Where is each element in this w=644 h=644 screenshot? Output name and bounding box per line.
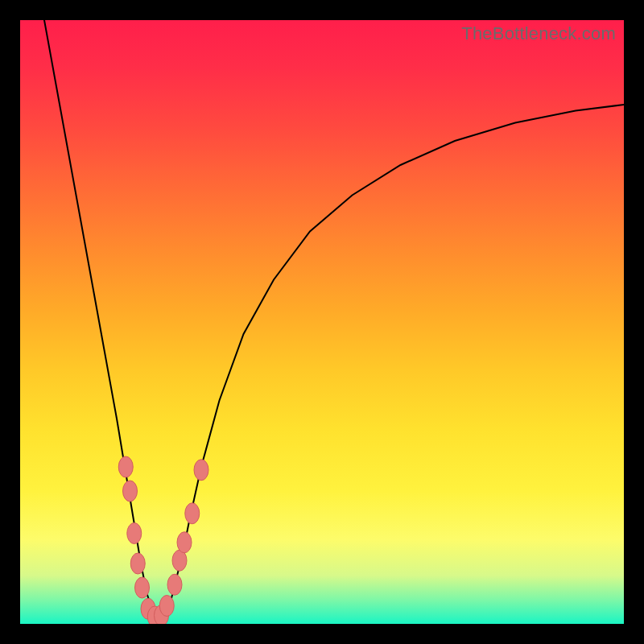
bead — [118, 456, 133, 477]
bead — [135, 577, 150, 598]
bead — [167, 574, 182, 595]
bead — [177, 532, 192, 553]
chart-container: TheBottleneck.com — [0, 0, 644, 644]
bead — [194, 460, 208, 481]
bead — [159, 596, 174, 617]
bead — [127, 523, 142, 544]
bead-group — [118, 456, 208, 624]
watermark-text: TheBottleneck.com — [461, 23, 616, 44]
bead — [123, 481, 138, 502]
bead — [185, 503, 200, 524]
chart-svg — [20, 20, 624, 624]
plot-area: TheBottleneck.com — [20, 20, 624, 624]
bead — [130, 553, 145, 574]
